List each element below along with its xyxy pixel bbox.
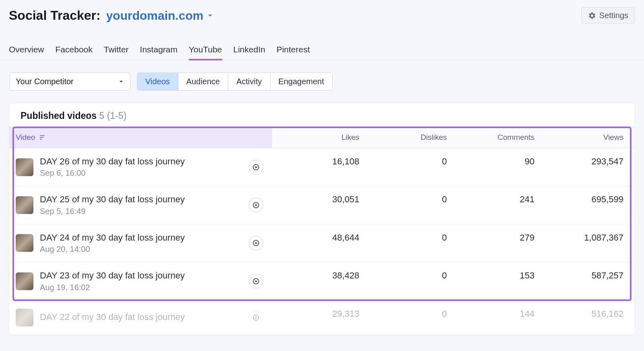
competitor-dropdown[interactable]: Your Competitor — [10, 73, 130, 91]
video-thumbnail[interactable] — [16, 158, 33, 176]
videos-table: Video Likes Dislikes Comments Views DAY … — [9, 127, 635, 335]
tab-overview[interactable]: Overview — [9, 45, 44, 60]
video-date: Sep 6, 16:00 — [40, 168, 242, 178]
segment-audience[interactable]: Audience — [178, 73, 228, 90]
video-date: Aug 20, 14:00 — [40, 245, 242, 254]
segment-videos[interactable]: Videos — [137, 73, 178, 91]
video-cell: DAY 23 of my 30 day fat loss journeyAug … — [9, 262, 272, 300]
svg-rect-1 — [40, 137, 43, 138]
table-row: DAY 23 of my 30 day fat loss journeyAug … — [9, 262, 635, 300]
tab-youtube[interactable]: YouTube — [189, 45, 222, 60]
video-cell: DAY 25 of my 30 day fat loss journeySep … — [9, 186, 272, 224]
tab-facebook[interactable]: Facebook — [56, 45, 93, 60]
col-header-video[interactable]: Video — [9, 127, 272, 148]
cell-dislikes: 0 — [366, 186, 454, 224]
cell-dislikes: 0 — [366, 224, 454, 262]
video-thumbnail[interactable] — [16, 272, 33, 290]
play-button[interactable] — [249, 236, 263, 250]
video-thumbnail[interactable] — [16, 309, 33, 326]
table-row: DAY 25 of my 30 day fat loss journeySep … — [9, 186, 635, 224]
cell-dislikes: 0 — [366, 300, 454, 334]
tab-pinterest[interactable]: Pinterest — [277, 45, 310, 60]
domain-dropdown[interactable]: yourdomain.com — [106, 9, 214, 23]
play-button[interactable] — [249, 160, 263, 174]
cell-likes: 29,313 — [272, 300, 366, 334]
settings-button[interactable]: Settings — [581, 7, 635, 24]
col-header-comments[interactable]: Comments — [453, 127, 541, 148]
col-header-dislikes[interactable]: Dislikes — [366, 127, 454, 148]
cell-views: 695,599 — [541, 186, 635, 224]
segment-activity[interactable]: Activity — [228, 73, 270, 90]
play-icon — [252, 201, 260, 209]
table-row: DAY 22 of my 30 day fat loss journey29,3… — [9, 300, 635, 334]
gear-icon — [588, 12, 596, 20]
video-cell: DAY 24 of my 30 day fat loss journeyAug … — [9, 224, 272, 262]
page-title: Social Tracker: — [9, 8, 101, 23]
svg-rect-0 — [40, 135, 45, 136]
play-button[interactable] — [249, 198, 263, 212]
panel-count: 5 (1-5) — [99, 110, 127, 121]
play-icon — [252, 239, 260, 247]
chevron-down-icon — [118, 79, 124, 85]
video-title[interactable]: DAY 22 of my 30 day fat loss journey — [40, 312, 242, 322]
play-button[interactable] — [249, 274, 263, 289]
play-icon — [252, 314, 260, 321]
cell-views: 1,087,367 — [541, 224, 635, 262]
cell-likes: 48,644 — [272, 224, 366, 262]
video-cell: DAY 26 of my 30 day fat loss journeySep … — [9, 148, 272, 186]
sort-icon — [40, 133, 45, 142]
segment-engagement[interactable]: Engagement — [270, 73, 332, 90]
video-date: Sep 5, 16:49 — [40, 207, 242, 216]
cell-comments: 279 — [453, 224, 541, 262]
video-title[interactable]: DAY 25 of my 30 day fat loss journey — [40, 194, 242, 205]
view-segments: VideosAudienceActivityEngagement — [137, 73, 332, 91]
cell-likes: 38,428 — [272, 262, 366, 300]
video-cell: DAY 22 of my 30 day fat loss journey — [9, 300, 272, 334]
cell-views: 516,162 — [541, 300, 635, 334]
page-heading: Social Tracker: yourdomain.com — [9, 8, 214, 23]
settings-label: Settings — [599, 11, 628, 20]
cell-views: 293,547 — [541, 148, 635, 186]
tab-twitter[interactable]: Twitter — [104, 45, 129, 60]
domain-name: yourdomain.com — [106, 9, 204, 23]
video-title[interactable]: DAY 24 of my 30 day fat loss journey — [40, 233, 242, 243]
video-title[interactable]: DAY 23 of my 30 day fat loss journey — [40, 270, 242, 281]
video-thumbnail[interactable] — [16, 196, 33, 214]
chevron-down-icon — [206, 12, 214, 19]
table-row: DAY 26 of my 30 day fat loss journeySep … — [9, 148, 635, 186]
cell-views: 587,257 — [541, 262, 635, 300]
competitor-label: Your Competitor — [16, 77, 74, 86]
cell-dislikes: 0 — [366, 148, 454, 186]
cell-likes: 16,108 — [272, 148, 366, 186]
cell-comments: 90 — [453, 148, 541, 186]
channel-tabs: OverviewFacebookTwitterInstagramYouTubeL… — [0, 45, 644, 60]
svg-rect-2 — [40, 139, 42, 139]
cell-dislikes: 0 — [366, 262, 454, 300]
play-button[interactable] — [249, 310, 263, 325]
video-thumbnail[interactable] — [16, 234, 33, 252]
play-icon — [252, 164, 260, 171]
col-header-views[interactable]: Views — [541, 127, 635, 148]
col-header-likes[interactable]: Likes — [272, 127, 366, 148]
cell-comments: 241 — [453, 186, 541, 224]
tab-linkedin[interactable]: LinkedIn — [233, 45, 265, 60]
cell-likes: 30,051 — [272, 186, 366, 224]
panel-title: Published videos 5 (1-5) — [9, 103, 635, 127]
play-icon — [252, 278, 260, 285]
cell-comments: 144 — [453, 300, 541, 334]
cell-comments: 153 — [453, 262, 541, 300]
video-date: Aug 19, 16:02 — [40, 283, 242, 292]
video-title[interactable]: DAY 26 of my 30 day fat loss journey — [40, 156, 242, 167]
table-row: DAY 24 of my 30 day fat loss journeyAug … — [9, 224, 635, 262]
published-videos-panel: Published videos 5 (1-5) Video Likes Dis… — [9, 103, 635, 335]
tab-instagram[interactable]: Instagram — [140, 45, 178, 60]
